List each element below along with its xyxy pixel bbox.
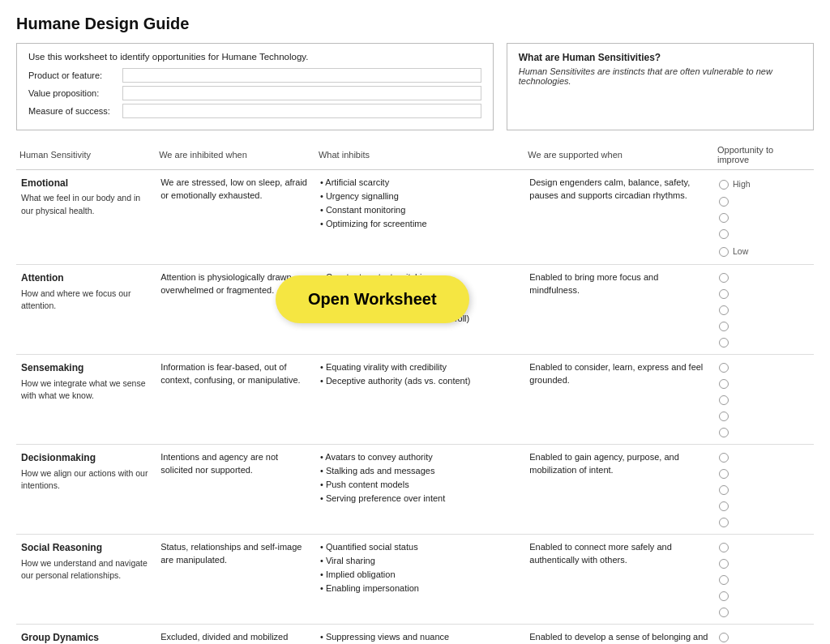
radio-blank[interactable] [719, 485, 729, 495]
radio-circle-blank [719, 575, 729, 585]
cell-sensitivity: Social ReasoningHow we understand and na… [16, 535, 156, 625]
sensitivity-heading: What are Human Sensitivities? [519, 52, 802, 63]
cell-sensitivity: EmotionalWhat we feel in our body and in… [16, 170, 156, 265]
value-row: Value proposition: [28, 86, 481, 100]
col-header-opportunity: Opportunity to improve [714, 142, 814, 170]
cell-supported: Enabled to develop a sense of belonging … [524, 625, 714, 644]
radio-blank[interactable] [719, 213, 729, 223]
sensitivity-desc: What we feel in our body and in our phys… [21, 192, 151, 216]
measure-row: Measure of success: [28, 104, 481, 118]
radio-blank[interactable] [719, 197, 729, 207]
radio-low[interactable]: Low [719, 245, 748, 258]
cell-supported: Enabled to gain agency, purpose, and mob… [524, 445, 714, 535]
radio-blank[interactable] [719, 453, 729, 463]
radio-circle-blank [719, 501, 729, 511]
table-row: EmotionalWhat we feel in our body and in… [16, 170, 814, 265]
cell-supported: Enabled to consider, learn, express and … [524, 355, 714, 445]
list-item: Enabling impersonation [320, 582, 520, 595]
list-item: Constant monitoring [320, 204, 520, 217]
radio-circle-blank [719, 428, 729, 437]
list-item: Push content models [320, 479, 520, 492]
radio-blank[interactable] [719, 559, 729, 569]
radio-circle-blank [719, 289, 729, 299]
product-row: Product or feature: [28, 68, 481, 83]
radio-blank[interactable] [719, 633, 729, 642]
radio-circle-blank [719, 591, 729, 601]
list-item: Optimizing for screentime [320, 218, 520, 231]
radio-circle-blank [719, 379, 729, 389]
radio-blank[interactable] [719, 363, 729, 373]
measure-input[interactable] [122, 104, 481, 118]
radio-circle-low [719, 247, 729, 257]
cell-supported: Design engenders calm, balance, safety, … [524, 170, 714, 265]
sensitivity-box: What are Human Sensitivities? Human Sens… [507, 43, 814, 130]
sensitivity-name: Attention [21, 271, 151, 285]
table-body: EmotionalWhat we feel in our body and in… [16, 170, 814, 645]
col-header-what-inhibits: What inhibits [315, 142, 524, 170]
list-item: Artificial scarcity [320, 177, 520, 190]
radio-blank[interactable] [719, 273, 729, 283]
cell-opportunity [714, 625, 814, 644]
col-header-sensitivity: Human Sensitivity [16, 142, 156, 170]
cell-opportunity [714, 445, 814, 535]
page-title: Humane Design Guide [16, 15, 814, 33]
radio-label-high: High [733, 178, 751, 190]
radio-circle-blank [719, 363, 729, 373]
product-input[interactable] [122, 68, 481, 83]
radio-circle-blank [719, 469, 729, 479]
cell-inhibited: Intentions and agency are not solicited … [156, 445, 315, 535]
sensitivity-name: Decisionmaking [21, 451, 151, 465]
cell-inhibited: Excluded, divided and mobilized through … [156, 625, 315, 644]
radio-blank[interactable] [719, 608, 729, 617]
product-label: Product or feature: [28, 70, 118, 80]
radio-circle-blank [719, 412, 729, 421]
list-item: Viral sharing [320, 555, 520, 568]
radio-blank[interactable] [719, 518, 729, 527]
cell-inhibited: Information is fear-based, out of contex… [156, 355, 315, 445]
radio-blank[interactable] [719, 379, 729, 389]
table-row: DecisionmakingHow we align our actions w… [16, 445, 814, 535]
sensitivity-name: Sensemaking [21, 361, 151, 375]
sensitivity-desc: How we understand and navigate our perso… [21, 557, 151, 582]
radio-blank[interactable] [719, 575, 729, 585]
radio-blank[interactable] [719, 428, 729, 437]
radio-blank[interactable] [719, 395, 729, 405]
main-table: Human Sensitivity We are inhibited when … [16, 142, 814, 644]
radio-blank[interactable] [719, 289, 729, 299]
radio-circle-blank [719, 485, 729, 495]
cell-opportunity [714, 535, 814, 625]
radio-circle-blank [719, 273, 729, 283]
radio-blank[interactable] [719, 543, 729, 552]
list-item: Serving preference over intent [320, 493, 520, 505]
radio-circle-blank [719, 338, 729, 348]
value-input[interactable] [122, 86, 481, 100]
cell-opportunity: HighLow [714, 170, 814, 265]
sensitivity-desc: How and where we focus our attention. [21, 288, 151, 312]
radio-blank[interactable] [719, 469, 729, 479]
cell-supported: Enabled to connect more safely and authe… [524, 535, 714, 625]
radio-circle-blank [719, 197, 729, 207]
radio-blank[interactable] [719, 591, 729, 601]
radio-blank[interactable] [719, 412, 729, 421]
radio-circle-blank [719, 608, 729, 617]
radio-circle-blank [719, 305, 729, 315]
cell-opportunity [714, 265, 814, 355]
radio-blank[interactable] [719, 338, 729, 348]
radio-label-low: Low [733, 245, 748, 258]
top-section: Use this worksheet to identify opportuni… [16, 43, 814, 130]
list-item: Avatars to convey authority [320, 451, 520, 464]
radio-circle-blank [719, 633, 729, 642]
table-header-row: Human Sensitivity We are inhibited when … [16, 142, 814, 170]
list-item: Stalking ads and messages [320, 465, 520, 478]
open-worksheet-button[interactable]: Open Worksheet [276, 275, 469, 323]
sensitivity-desc: How we integrate what we sense with what… [21, 377, 151, 402]
radio-blank[interactable] [719, 501, 729, 511]
sensitivity-body: Human Sensitivites are instincts that ar… [519, 66, 802, 86]
radio-circle-blank [719, 543, 729, 552]
radio-blank[interactable] [719, 305, 729, 315]
radio-high[interactable]: High [719, 178, 751, 190]
list-item: Implied obligation [320, 569, 520, 582]
radio-blank[interactable] [719, 322, 729, 331]
radio-circle-blank [719, 453, 729, 463]
radio-blank[interactable] [719, 229, 729, 239]
